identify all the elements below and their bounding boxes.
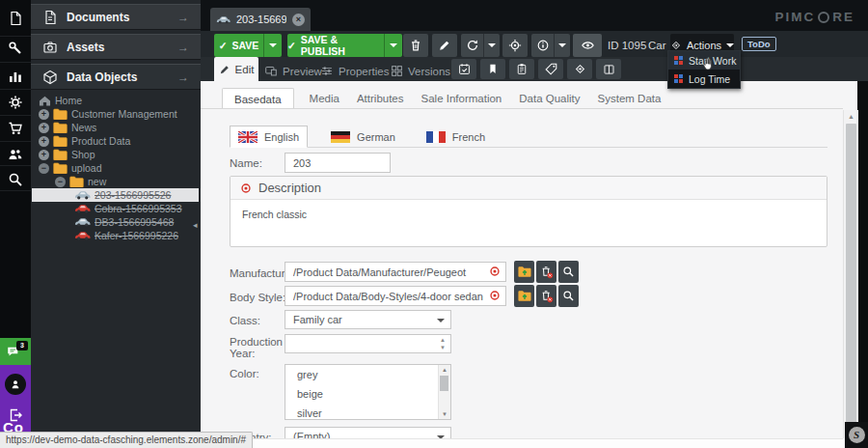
- tab-system-data[interactable]: System Data: [596, 88, 664, 109]
- tree-item-object-db3[interactable]: DB3-1566995468: [32, 215, 199, 229]
- tree-item-new[interactable]: − new: [32, 175, 199, 188]
- tab-language-english[interactable]: English: [230, 126, 308, 148]
- file-icon[interactable]: [8, 11, 23, 26]
- tab-basedata[interactable]: Basedata: [222, 88, 294, 109]
- folder-icon: [53, 122, 68, 133]
- tree-item-home[interactable]: Home: [32, 94, 199, 107]
- info-options-button[interactable]: [554, 34, 570, 57]
- tree-item-object-cobra[interactable]: Cobra-1566995353: [32, 202, 199, 215]
- tree-expand-icon[interactable]: +: [39, 123, 49, 133]
- tree-collapse-icon[interactable]: −: [55, 177, 66, 187]
- uk-flag-icon: [238, 131, 258, 143]
- locate-in-tree-button[interactable]: [502, 34, 528, 57]
- scrollbar-thumb[interactable]: [846, 124, 856, 429]
- save-options-button[interactable]: [263, 34, 282, 57]
- tree-item-shop[interactable]: + Shop: [32, 148, 199, 161]
- scroll-down-icon[interactable]: ▼: [439, 411, 450, 417]
- tab-versions[interactable]: Versions: [391, 61, 450, 81]
- panel-header-documents[interactable]: Documents →: [31, 4, 201, 30]
- body-style-input[interactable]: [285, 286, 506, 306]
- expand-arrow-icon[interactable]: →: [177, 41, 189, 54]
- users-icon[interactable]: [8, 147, 23, 162]
- spinner-down-icon[interactable]: ▼: [440, 345, 446, 351]
- rename-button[interactable]: [432, 34, 457, 57]
- tab-properties[interactable]: Properties: [320, 61, 389, 81]
- cart-icon[interactable]: [8, 121, 23, 136]
- tree-item-upload[interactable]: − upload: [32, 161, 199, 175]
- search-icon[interactable]: [8, 172, 23, 187]
- avatar[interactable]: [5, 374, 26, 395]
- manufacturer-input[interactable]: [285, 262, 506, 282]
- preview-visibility-button[interactable]: [573, 34, 602, 57]
- tree-item-news[interactable]: + News: [32, 121, 199, 134]
- tab-language-german[interactable]: German: [323, 126, 403, 148]
- notes-events-button[interactable]: [509, 59, 534, 79]
- clipboard-icon: [516, 63, 528, 75]
- tree-item-product-data[interactable]: + Product Data: [32, 134, 199, 148]
- tab-preview[interactable]: Preview: [264, 61, 322, 81]
- panel-collapse-icon[interactable]: ◂: [193, 220, 198, 230]
- tags-button[interactable]: [538, 59, 563, 79]
- spinner-up-icon[interactable]: ▲: [440, 337, 446, 344]
- class-select[interactable]: Family car: [285, 310, 451, 329]
- manufacturer-remove-button[interactable]: [536, 261, 556, 283]
- tree-item-customer-management[interactable]: + Customer Management: [32, 107, 199, 121]
- close-icon[interactable]: ×: [292, 14, 305, 26]
- tree-expand-icon[interactable]: +: [39, 109, 49, 120]
- tools-icon[interactable]: [8, 41, 23, 56]
- notification-count-badge: 3: [16, 341, 28, 350]
- body-style-search-button[interactable]: [558, 285, 579, 307]
- tab-sale-information[interactable]: Sale Information: [420, 88, 504, 109]
- scroll-up-icon[interactable]: ▲: [844, 113, 858, 120]
- tab-media[interactable]: Media: [308, 88, 341, 109]
- save-button[interactable]: ✓ SAVE: [214, 34, 263, 57]
- save-publish-options-button[interactable]: [384, 34, 402, 57]
- schedule-button[interactable]: [451, 59, 476, 79]
- scroll-up-icon[interactable]: ▲: [439, 367, 450, 373]
- manufacturer-search-button[interactable]: [558, 261, 579, 283]
- body-style-open-button[interactable]: [514, 285, 534, 307]
- expand-arrow-icon[interactable]: →: [177, 11, 189, 24]
- content-scrollbar[interactable]: ▲: [843, 110, 858, 438]
- reload-button[interactable]: [461, 34, 483, 57]
- info-button[interactable]: [531, 34, 554, 57]
- chevron-down-icon: [390, 43, 397, 47]
- scrollbar-thumb[interactable]: [440, 376, 448, 391]
- expand-arrow-icon[interactable]: →: [177, 70, 189, 84]
- option-silver[interactable]: silver: [285, 404, 450, 423]
- name-input[interactable]: [285, 153, 391, 173]
- manufacturer-open-button[interactable]: [514, 261, 534, 283]
- save-publish-button[interactable]: ✓ SAVE & PUBLISH: [287, 34, 384, 57]
- delete-button[interactable]: [403, 34, 428, 57]
- tab-edit[interactable]: Edit: [214, 57, 258, 81]
- horizontal-scrollbar-track[interactable]: [201, 438, 843, 448]
- notifications-chat-button[interactable]: 3: [0, 338, 31, 365]
- settings-gear-icon[interactable]: [8, 95, 23, 110]
- workflow-history-button[interactable]: [567, 59, 592, 79]
- reload-options-button[interactable]: [483, 34, 500, 57]
- open-object-tab[interactable]: 203-1566995526 ×: [210, 8, 311, 31]
- tab-language-french[interactable]: French: [419, 126, 493, 148]
- option-grey[interactable]: grey: [285, 365, 450, 384]
- documents-icon: [42, 10, 58, 25]
- body-style-remove-button[interactable]: [536, 285, 556, 307]
- panel-header-data-objects[interactable]: Data Objects →: [31, 64, 201, 90]
- tree-collapse-icon[interactable]: −: [39, 163, 49, 174]
- tree-expand-icon[interactable]: +: [39, 136, 49, 147]
- color-multiselect[interactable]: grey beige silver ▲ ▼: [285, 364, 451, 420]
- app-logger-button[interactable]: [596, 59, 621, 79]
- tree-item-object-kafer[interactable]: Kafer-1566995226: [32, 229, 199, 242]
- listbox-scrollbar[interactable]: ▲ ▼: [438, 365, 450, 419]
- tree-expand-icon[interactable]: +: [39, 150, 49, 160]
- tab-attributes[interactable]: Attributes: [355, 88, 406, 109]
- panel-header-assets[interactable]: Assets →: [31, 34, 201, 60]
- bookmark-button[interactable]: [480, 59, 505, 79]
- reports-icon[interactable]: [8, 69, 23, 84]
- option-beige[interactable]: beige: [285, 384, 450, 404]
- description-value[interactable]: French classic: [231, 200, 827, 229]
- tab-data-quality[interactable]: Data Quality: [517, 88, 582, 109]
- production-year-label: Production Year:: [230, 336, 280, 359]
- panel-title-data-objects: Data Objects: [67, 70, 169, 84]
- production-year-spinner[interactable]: ▲ ▼: [285, 334, 451, 353]
- tree-item-object-203[interactable]: 203-1566995526: [32, 188, 199, 202]
